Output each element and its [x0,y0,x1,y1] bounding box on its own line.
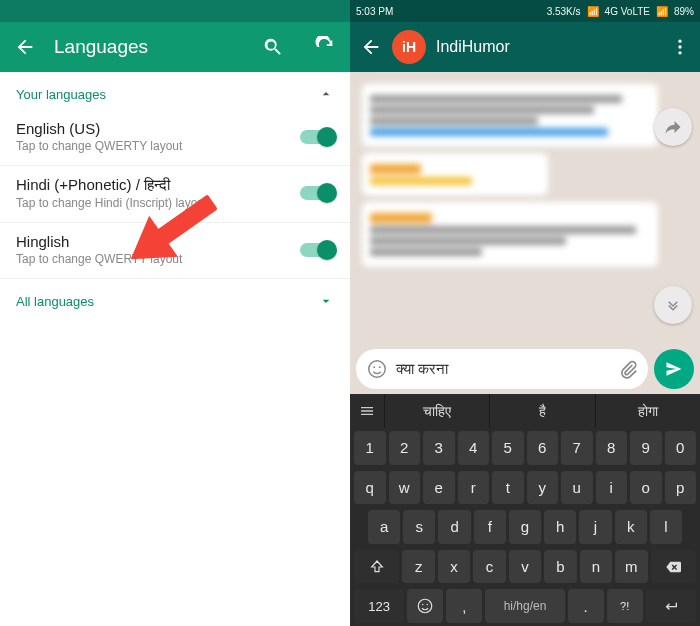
key-row: z x c v b n m [350,547,700,587]
key[interactable]: n [580,550,612,584]
attach-icon[interactable] [618,359,638,379]
svg-point-7 [379,366,381,368]
chat-area[interactable] [350,72,700,344]
emoji-icon [416,597,434,615]
key[interactable]: x [438,550,470,584]
comma-key[interactable]: , [446,589,482,623]
page-title: Languages [54,36,244,58]
message-bubble[interactable] [362,153,548,196]
key[interactable]: e [423,471,455,505]
suggestion[interactable]: चाहिए [384,394,489,428]
lang-item-english[interactable]: English (US) Tap to change QWERTY layout [0,110,350,166]
key[interactable]: j [579,510,611,544]
message-input[interactable]: क्या करना [356,349,648,389]
svg-point-4 [678,51,681,54]
key[interactable]: g [509,510,541,544]
key[interactable]: l [650,510,682,544]
emoji-icon[interactable] [366,358,388,380]
key[interactable]: t [492,471,524,505]
key[interactable]: 4 [458,431,490,465]
key[interactable]: 1 [354,431,386,465]
key-row: q w e r t y u i o p [350,468,700,508]
key[interactable]: c [473,550,505,584]
key[interactable]: 0 [665,431,697,465]
message-bubble[interactable] [362,84,658,147]
suggestion[interactable]: है [489,394,594,428]
key[interactable]: 9 [630,431,662,465]
key[interactable]: o [630,471,662,505]
back-icon[interactable] [360,36,382,58]
key[interactable]: 6 [527,431,559,465]
svg-point-9 [422,604,424,606]
send-button[interactable] [654,349,694,389]
key[interactable]: d [438,510,470,544]
lang-item-hinglish[interactable]: Hinglish Tap to change QWERTY layout [0,223,350,279]
key[interactable]: q [354,471,386,505]
suggestion[interactable]: होगा [595,394,700,428]
key[interactable]: 8 [596,431,628,465]
chevron-down-icon [318,293,334,309]
appbar: Languages [0,22,350,72]
enter-key[interactable] [646,589,696,623]
key[interactable]: u [561,471,593,505]
period-key[interactable]: . [568,589,604,623]
symbols-key[interactable]: ?! [607,589,643,623]
key[interactable]: 3 [423,431,455,465]
chat-appbar: iH IndiHumor [350,22,700,72]
key[interactable]: h [544,510,576,544]
shift-key[interactable] [354,550,399,584]
hamburger-icon[interactable] [350,394,384,428]
svg-point-8 [419,599,433,613]
shift-icon [369,559,385,575]
lang-item-hindi[interactable]: Hindi (+Phonetic) / हिन्दी Tap to change… [0,166,350,223]
statusbar [0,0,350,22]
key[interactable]: a [368,510,400,544]
key[interactable]: m [615,550,647,584]
backspace-key[interactable] [651,550,696,584]
search-icon[interactable] [262,36,284,58]
back-icon[interactable] [14,36,36,58]
all-languages-header[interactable]: All languages [0,279,350,317]
key[interactable]: 5 [492,431,524,465]
toggle-switch[interactable] [300,130,334,144]
toggle-switch[interactable] [300,186,334,200]
chevron-up-icon [318,86,334,102]
toggle-switch[interactable] [300,243,334,257]
input-row: क्या करना [350,344,700,394]
menu-icon[interactable] [670,37,690,57]
chat-title[interactable]: IndiHumor [436,38,510,56]
key[interactable]: k [615,510,647,544]
key[interactable]: p [665,471,697,505]
your-languages-header[interactable]: Your languages [0,72,350,110]
key[interactable]: 2 [389,431,421,465]
key[interactable]: v [509,550,541,584]
status-speed: 3.53K/s [547,6,581,17]
space-key[interactable]: hi/hg/en [485,589,564,623]
key[interactable]: y [527,471,559,505]
forward-button[interactable] [654,108,692,146]
key[interactable]: i [596,471,628,505]
avatar[interactable]: iH [392,30,426,64]
svg-point-3 [678,45,681,48]
suggestion-bar: चाहिए है होगा [350,394,700,428]
key[interactable]: s [403,510,435,544]
svg-point-2 [678,40,681,43]
svg-point-5 [369,361,386,378]
key-row: 123 , hi/hg/en . ?! [350,586,700,626]
key[interactable]: f [474,510,506,544]
key-row: 1 2 3 4 5 6 7 8 9 0 [350,428,700,468]
key[interactable]: r [458,471,490,505]
numbers-key[interactable]: 123 [354,589,404,623]
scroll-down-button[interactable] [654,286,692,324]
refresh-icon[interactable] [314,36,336,58]
statusbar: 5:03 PM 3.53K/s 📶 4G VoLTE 📶 89% [350,0,700,22]
input-text: क्या करना [396,360,610,378]
emoji-key[interactable] [407,589,443,623]
key[interactable]: w [389,471,421,505]
key[interactable]: 7 [561,431,593,465]
message-bubble[interactable] [362,202,658,267]
languages-panel: Languages Your languages English (US) Ta… [0,0,350,626]
key[interactable]: z [402,550,434,584]
svg-point-10 [427,604,429,606]
key[interactable]: b [544,550,576,584]
